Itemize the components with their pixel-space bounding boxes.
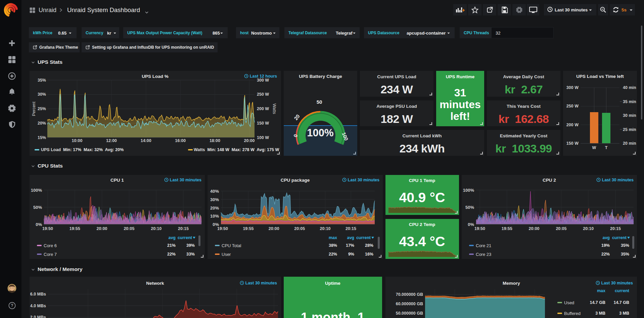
svg-text:?: ? xyxy=(11,303,13,308)
